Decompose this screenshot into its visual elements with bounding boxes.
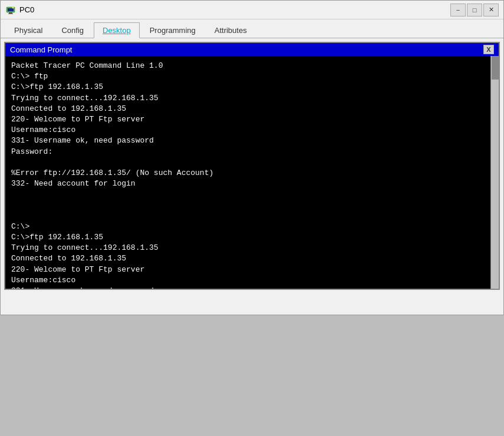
cmd-scrollbar-thumb[interactable]: [492, 56, 499, 80]
tab-physical[interactable]: Physical: [5, 22, 51, 38]
maximize-button[interactable]: □: [467, 4, 482, 16]
close-button[interactable]: ✕: [483, 4, 499, 16]
tab-bar: Physical Config Desktop Programming Attr…: [1, 19, 503, 38]
cmd-wrapper: Packet Tracer PC Command Line 1.0 C:\> f…: [5, 56, 499, 289]
minimize-button[interactable]: −: [450, 4, 466, 16]
tab-desktop[interactable]: Desktop: [94, 22, 140, 38]
cmd-close-button[interactable]: X: [483, 45, 494, 54]
window-title: PC0: [19, 5, 450, 14]
tab-attributes[interactable]: Attributes: [206, 22, 256, 38]
svg-rect-3: [8, 14, 13, 14]
app-icon: [5, 5, 16, 15]
command-prompt-window: Command Prompt X Packet Tracer PC Comman…: [4, 42, 500, 290]
cmd-title-text: Command Prompt: [10, 45, 72, 54]
svg-point-4: [12, 6, 14, 8]
cmd-scrollbar[interactable]: [490, 56, 499, 289]
cmd-body[interactable]: Packet Tracer PC Command Line 1.0 C:\> f…: [5, 56, 490, 289]
title-bar: PC0 − □ ✕: [1, 1, 503, 19]
content-area: Command Prompt X Packet Tracer PC Comman…: [1, 38, 503, 293]
svg-rect-1: [8, 8, 14, 11]
tab-programming[interactable]: Programming: [141, 22, 205, 38]
main-window: PC0 − □ ✕ Physical Config Desktop Progra…: [0, 0, 504, 315]
svg-rect-2: [9, 12, 12, 14]
tab-config[interactable]: Config: [52, 22, 93, 38]
window-controls: − □ ✕: [450, 4, 499, 16]
cmd-title-bar: Command Prompt X: [5, 43, 499, 56]
